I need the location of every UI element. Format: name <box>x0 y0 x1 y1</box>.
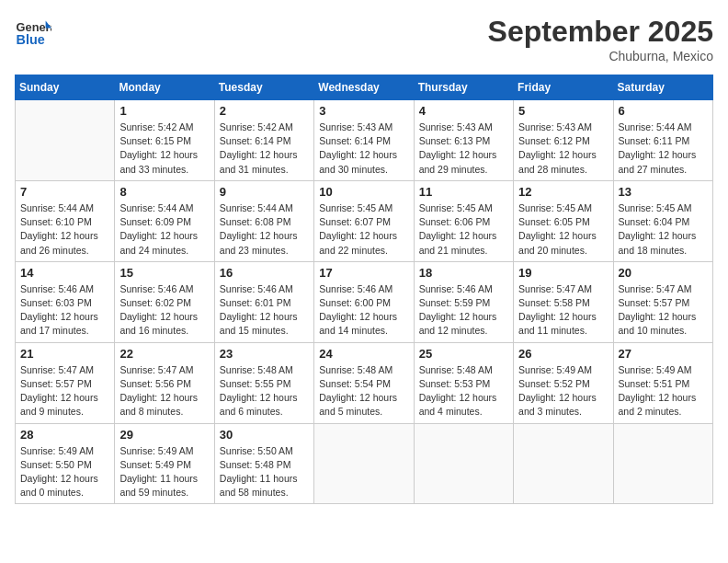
calendar-cell: 8Sunrise: 5:44 AMSunset: 6:09 PMDaylight… <box>115 180 214 261</box>
weekday-header-tuesday: Tuesday <box>214 75 313 100</box>
calendar-cell: 10Sunrise: 5:45 AMSunset: 6:07 PMDayligh… <box>314 180 414 261</box>
day-number: 12 <box>518 185 608 199</box>
day-info: Sunrise: 5:49 AMSunset: 5:52 PMDaylight:… <box>518 363 608 419</box>
calendar-cell: 24Sunrise: 5:48 AMSunset: 5:54 PMDayligh… <box>314 342 414 423</box>
calendar-week-row: 7Sunrise: 5:44 AMSunset: 6:10 PMDaylight… <box>16 180 713 261</box>
day-number: 4 <box>419 104 508 118</box>
day-info: Sunrise: 5:46 AMSunset: 6:00 PMDaylight:… <box>319 282 408 339</box>
day-number: 2 <box>220 104 309 118</box>
calendar-cell <box>514 423 613 504</box>
calendar-cell: 7Sunrise: 5:44 AMSunset: 6:10 PMDaylight… <box>16 180 115 261</box>
day-info: Sunrise: 5:44 AMSunset: 6:09 PMDaylight:… <box>119 201 209 258</box>
day-number: 7 <box>20 185 109 199</box>
day-number: 30 <box>220 428 309 442</box>
day-number: 8 <box>119 185 209 199</box>
calendar-cell: 25Sunrise: 5:48 AMSunset: 5:53 PMDayligh… <box>414 342 513 423</box>
calendar-cell: 27Sunrise: 5:49 AMSunset: 5:51 PMDayligh… <box>613 342 712 423</box>
day-number: 14 <box>20 266 109 280</box>
calendar-table: SundayMondayTuesdayWednesdayThursdayFrid… <box>15 75 713 504</box>
day-number: 18 <box>419 266 508 280</box>
day-info: Sunrise: 5:44 AMSunset: 6:11 PMDaylight:… <box>619 121 708 177</box>
calendar-week-row: 28Sunrise: 5:49 AMSunset: 5:50 PMDayligh… <box>16 423 713 504</box>
title-block: September 2025 Chuburna, Mexico <box>488 15 713 63</box>
day-number: 17 <box>319 266 408 280</box>
day-number: 10 <box>319 185 408 199</box>
day-info: Sunrise: 5:42 AMSunset: 6:14 PMDaylight:… <box>220 121 309 177</box>
calendar-cell: 11Sunrise: 5:45 AMSunset: 6:06 PMDayligh… <box>414 180 513 261</box>
calendar-cell <box>613 423 712 504</box>
calendar-cell: 22Sunrise: 5:47 AMSunset: 5:56 PMDayligh… <box>115 342 214 423</box>
day-number: 22 <box>119 347 209 361</box>
day-info: Sunrise: 5:47 AMSunset: 5:58 PMDaylight:… <box>518 282 608 339</box>
day-info: Sunrise: 5:46 AMSunset: 5:59 PMDaylight:… <box>419 282 508 339</box>
calendar-cell: 13Sunrise: 5:45 AMSunset: 6:04 PMDayligh… <box>613 180 712 261</box>
calendar-cell: 1Sunrise: 5:42 AMSunset: 6:15 PMDaylight… <box>115 100 214 181</box>
calendar-cell <box>314 423 414 504</box>
calendar-header-row: SundayMondayTuesdayWednesdayThursdayFrid… <box>16 75 713 100</box>
logo: General Blue <box>15 15 55 52</box>
day-number: 19 <box>518 266 608 280</box>
day-info: Sunrise: 5:43 AMSunset: 6:14 PMDaylight:… <box>319 121 408 177</box>
month-title: September 2025 <box>488 15 713 49</box>
calendar-cell: 19Sunrise: 5:47 AMSunset: 5:58 PMDayligh… <box>514 261 613 342</box>
weekday-header-wednesday: Wednesday <box>314 75 414 100</box>
day-info: Sunrise: 5:43 AMSunset: 6:13 PMDaylight:… <box>419 121 508 177</box>
day-number: 15 <box>119 266 209 280</box>
weekday-header-saturday: Saturday <box>613 75 712 100</box>
calendar-cell: 28Sunrise: 5:49 AMSunset: 5:50 PMDayligh… <box>16 423 115 504</box>
calendar-cell: 3Sunrise: 5:43 AMSunset: 6:14 PMDaylight… <box>314 100 414 181</box>
day-number: 11 <box>419 185 508 199</box>
calendar-cell <box>16 100 115 181</box>
calendar-cell: 30Sunrise: 5:50 AMSunset: 5:48 PMDayligh… <box>214 423 313 504</box>
weekday-header-monday: Monday <box>115 75 214 100</box>
calendar-cell: 21Sunrise: 5:47 AMSunset: 5:57 PMDayligh… <box>16 342 115 423</box>
calendar-cell <box>414 423 513 504</box>
calendar-cell: 16Sunrise: 5:46 AMSunset: 6:01 PMDayligh… <box>214 261 313 342</box>
calendar-cell: 18Sunrise: 5:46 AMSunset: 5:59 PMDayligh… <box>414 261 513 342</box>
calendar-cell: 17Sunrise: 5:46 AMSunset: 6:00 PMDayligh… <box>314 261 414 342</box>
day-info: Sunrise: 5:45 AMSunset: 6:07 PMDaylight:… <box>319 201 408 258</box>
weekday-header-sunday: Sunday <box>16 75 115 100</box>
day-info: Sunrise: 5:47 AMSunset: 5:57 PMDaylight:… <box>20 363 109 419</box>
calendar-cell: 4Sunrise: 5:43 AMSunset: 6:13 PMDaylight… <box>414 100 513 181</box>
day-info: Sunrise: 5:50 AMSunset: 5:48 PMDaylight:… <box>220 444 309 500</box>
calendar-cell: 26Sunrise: 5:49 AMSunset: 5:52 PMDayligh… <box>514 342 613 423</box>
calendar-cell: 15Sunrise: 5:46 AMSunset: 6:02 PMDayligh… <box>115 261 214 342</box>
day-info: Sunrise: 5:45 AMSunset: 6:04 PMDaylight:… <box>619 201 708 258</box>
day-info: Sunrise: 5:46 AMSunset: 6:02 PMDaylight:… <box>119 282 209 339</box>
svg-text:Blue: Blue <box>17 32 45 47</box>
weekday-header-friday: Friday <box>514 75 613 100</box>
calendar-cell: 5Sunrise: 5:43 AMSunset: 6:12 PMDaylight… <box>514 100 613 181</box>
calendar-cell: 14Sunrise: 5:46 AMSunset: 6:03 PMDayligh… <box>16 261 115 342</box>
day-number: 3 <box>319 104 408 118</box>
day-info: Sunrise: 5:45 AMSunset: 6:06 PMDaylight:… <box>419 201 508 258</box>
weekday-header-thursday: Thursday <box>414 75 513 100</box>
day-number: 6 <box>619 104 708 118</box>
calendar-week-row: 1Sunrise: 5:42 AMSunset: 6:15 PMDaylight… <box>16 100 713 181</box>
day-number: 29 <box>119 428 209 442</box>
day-info: Sunrise: 5:42 AMSunset: 6:15 PMDaylight:… <box>119 121 209 177</box>
calendar-cell: 9Sunrise: 5:44 AMSunset: 6:08 PMDaylight… <box>214 180 313 261</box>
day-number: 9 <box>220 185 309 199</box>
calendar-week-row: 21Sunrise: 5:47 AMSunset: 5:57 PMDayligh… <box>16 342 713 423</box>
calendar-cell: 29Sunrise: 5:49 AMSunset: 5:49 PMDayligh… <box>115 423 214 504</box>
day-info: Sunrise: 5:48 AMSunset: 5:53 PMDaylight:… <box>419 363 508 419</box>
day-number: 25 <box>419 347 508 361</box>
location-subtitle: Chuburna, Mexico <box>488 49 713 63</box>
calendar-cell: 23Sunrise: 5:48 AMSunset: 5:55 PMDayligh… <box>214 342 313 423</box>
page-header: General Blue September 2025 Chuburna, Me… <box>15 15 713 63</box>
day-number: 1 <box>119 104 209 118</box>
calendar-cell: 6Sunrise: 5:44 AMSunset: 6:11 PMDaylight… <box>613 100 712 181</box>
calendar-cell: 12Sunrise: 5:45 AMSunset: 6:05 PMDayligh… <box>514 180 613 261</box>
day-info: Sunrise: 5:43 AMSunset: 6:12 PMDaylight:… <box>518 121 608 177</box>
day-number: 28 <box>20 428 109 442</box>
day-number: 13 <box>619 185 708 199</box>
day-number: 16 <box>220 266 309 280</box>
day-number: 27 <box>619 347 708 361</box>
day-info: Sunrise: 5:44 AMSunset: 6:08 PMDaylight:… <box>220 201 309 258</box>
day-info: Sunrise: 5:45 AMSunset: 6:05 PMDaylight:… <box>518 201 608 258</box>
day-info: Sunrise: 5:49 AMSunset: 5:50 PMDaylight:… <box>20 444 109 500</box>
day-number: 21 <box>20 347 109 361</box>
day-number: 24 <box>319 347 408 361</box>
day-number: 26 <box>518 347 608 361</box>
